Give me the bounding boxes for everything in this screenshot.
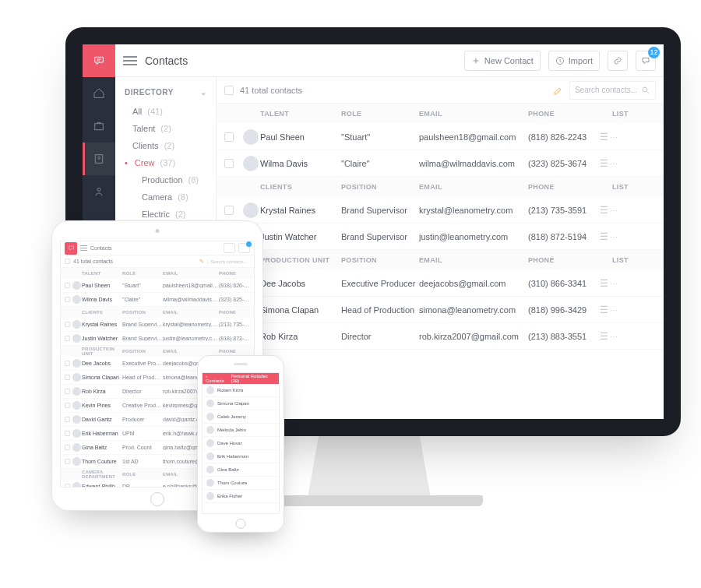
- messages-badge: 12: [648, 47, 660, 58]
- contact-row[interactable]: Justin Watcher Brand Supervisor justin@l…: [61, 332, 254, 346]
- more-icon[interactable]: ⋮: [252, 336, 255, 342]
- contact-row[interactable]: Simona Clapan Head of Production simona@…: [217, 297, 664, 323]
- contact-name: Paul Sheen: [260, 132, 341, 142]
- contact-name: Kevin Pines: [82, 403, 122, 408]
- more-icon[interactable]: ⋮: [612, 280, 623, 287]
- contact-row[interactable]: Wilma Davis "Claire" wilma@wilmaddavis.c…: [61, 293, 254, 307]
- compose-icon[interactable]: [553, 85, 563, 95]
- directory-item-talent[interactable]: Talent(2): [115, 120, 216, 137]
- import-button[interactable]: Import: [548, 51, 600, 71]
- avatar: [243, 156, 259, 171]
- contact-role: Head of Production: [122, 375, 163, 380]
- contact-row[interactable]: Dave Husar: [203, 437, 279, 450]
- directory-item-clients[interactable]: Clients(2): [115, 137, 216, 154]
- link-button[interactable]: [608, 51, 628, 71]
- contact-row[interactable]: Erika Fisher: [203, 490, 279, 503]
- more-icon[interactable]: ⋮: [612, 160, 623, 167]
- contact-role: Executive Producer: [341, 279, 419, 288]
- svg-rect-0: [95, 124, 104, 130]
- more-icon[interactable]: ⋮: [252, 283, 255, 289]
- row-checkbox[interactable]: [65, 417, 70, 422]
- menu-icon[interactable]: [80, 245, 87, 252]
- row-checkbox[interactable]: [65, 297, 70, 302]
- row-checkbox[interactable]: [224, 159, 234, 168]
- tablet-camera: [156, 229, 160, 233]
- row-checkbox[interactable]: [65, 336, 70, 341]
- more-icon[interactable]: ⋮: [252, 322, 255, 328]
- contact-row[interactable]: Justin Watcher Brand Supervisor justin@l…: [217, 224, 664, 250]
- messages-button[interactable]: [238, 243, 250, 253]
- avatar: [206, 466, 214, 474]
- more-icon[interactable]: ⋮: [612, 206, 623, 214]
- more-icon[interactable]: ⋮: [612, 233, 623, 241]
- row-checkbox[interactable]: [224, 206, 234, 215]
- row-checkbox[interactable]: [65, 375, 70, 380]
- contact-name: Thom Couture: [217, 481, 247, 485]
- rail-settings[interactable]: [83, 175, 115, 208]
- more-icon[interactable]: ⋮: [612, 133, 623, 141]
- more-icon[interactable]: ⋮: [252, 297, 255, 303]
- messages-button[interactable]: 12: [636, 51, 656, 71]
- tablet-home-button[interactable]: [150, 492, 164, 506]
- rail-home[interactable]: [83, 77, 115, 110]
- directory-item-all[interactable]: All(41): [115, 103, 216, 120]
- search-input[interactable]: Search contacts...: [569, 81, 656, 100]
- contact-row[interactable]: Gina Baltz: [203, 463, 279, 477]
- app-logo[interactable]: [83, 44, 115, 77]
- svg-point-5: [643, 87, 647, 92]
- row-checkbox[interactable]: [65, 322, 70, 327]
- more-icon[interactable]: ⋮: [612, 333, 623, 340]
- contact-row[interactable]: Simona Clapan: [203, 397, 279, 410]
- select-all-checkbox[interactable]: [224, 86, 234, 95]
- menu-icon[interactable]: [123, 56, 137, 65]
- row-checkbox[interactable]: [65, 389, 70, 394]
- contact-row[interactable]: Paul Sheen "Stuart" paulsheen18@gmail.co…: [217, 124, 664, 150]
- row-checkbox[interactable]: [224, 132, 234, 142]
- more-icon[interactable]: ⋮: [612, 306, 623, 314]
- contact-row[interactable]: Dee Jacobs Executive Producer deejacobs@…: [217, 270, 664, 297]
- directory-item-production[interactable]: Production(8): [115, 171, 216, 188]
- new-contact-button[interactable]: New Contact: [464, 51, 541, 71]
- row-checkbox[interactable]: [65, 283, 70, 288]
- contact-role: UPM: [122, 431, 163, 436]
- contact-phone: (818) 826-2243: [528, 132, 595, 142]
- contact-email: justin@leanometry.com: [163, 336, 219, 341]
- rail-contacts[interactable]: [83, 143, 115, 175]
- row-checkbox[interactable]: [65, 403, 70, 408]
- contact-row[interactable]: Caleb Jeremy: [203, 410, 279, 424]
- contact-name: Robert Kirza: [217, 388, 243, 393]
- app-logo[interactable]: [65, 242, 77, 255]
- monitor-foot: [257, 495, 483, 506]
- row-checkbox[interactable]: [65, 361, 70, 366]
- select-all-checkbox[interactable]: [65, 259, 70, 264]
- avatar: [243, 129, 259, 145]
- contact-row[interactable]: Robert Kirza: [203, 384, 279, 397]
- compose-icon[interactable]: [224, 243, 235, 253]
- contact-row[interactable]: Wilma Davis "Claire" wilma@wilmaddavis.c…: [217, 150, 664, 177]
- contact-name: Krystal Raines: [82, 322, 122, 327]
- avatar: [72, 334, 81, 343]
- phone-screen: ‹ Contacts Personal Rolodex (39) Robert …: [202, 372, 280, 514]
- contact-row[interactable]: Krystal Raines Brand Supervisor krystal@…: [217, 197, 664, 224]
- row-checkbox[interactable]: [65, 484, 70, 488]
- compose-icon[interactable]: ✎: [199, 259, 204, 265]
- directory-item-camera[interactable]: Camera(8): [115, 188, 216, 206]
- phone-title: Personal Rolodex (39): [231, 374, 276, 383]
- avatar: [243, 202, 259, 218]
- rail-projects[interactable]: [83, 110, 115, 143]
- contact-phone: (818) 872-5194: [219, 336, 252, 341]
- search-input[interactable]: Search contacts...: [207, 259, 250, 264]
- contact-row[interactable]: Paul Sheen "Stuart" paulsheen18@gmail.co…: [61, 279, 254, 293]
- directory-heading[interactable]: DIRECTORY ⌄: [115, 85, 216, 103]
- row-checkbox[interactable]: [65, 445, 70, 450]
- contact-row[interactable]: Thom Couture: [203, 477, 279, 490]
- back-button[interactable]: ‹ Contacts: [206, 374, 226, 383]
- row-checkbox[interactable]: [65, 459, 70, 464]
- contact-row[interactable]: Melinda Jehin: [203, 424, 279, 437]
- contact-row[interactable]: Erik Haberman: [203, 450, 279, 463]
- directory-item-crew[interactable]: Crew(37): [115, 154, 216, 171]
- contact-row[interactable]: Rob Kirza Director rob.kirza2007@gmail.c…: [217, 323, 664, 350]
- contact-row[interactable]: Krystal Raines Brand Supervisor krystal@…: [61, 318, 254, 332]
- row-checkbox[interactable]: [65, 431, 70, 436]
- phone-home-button[interactable]: [236, 519, 246, 529]
